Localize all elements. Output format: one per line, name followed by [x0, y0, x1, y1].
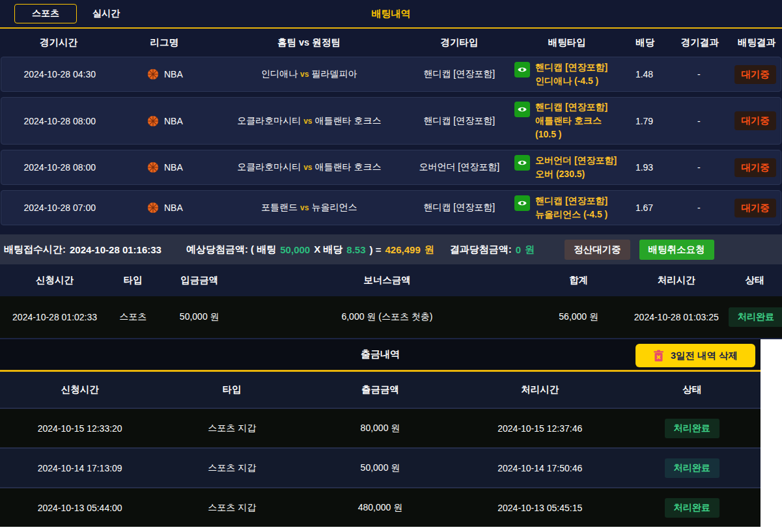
- away-team: 애틀랜타 호크스: [315, 161, 382, 172]
- withdrawal-row: 2024-10-13 05:44:00 스포츠 지갑 480,000 원 202…: [0, 487, 761, 527]
- col-header-total: 합계: [532, 274, 626, 287]
- bet-result-badge: 대기중: [734, 111, 776, 130]
- league: NBA: [119, 68, 212, 80]
- processed-time: 2024-10-13 05:45:15: [456, 503, 624, 513]
- receipt-time-value: 2024-10-28 01:16:33: [70, 244, 161, 255]
- col-header-league: 리그명: [117, 36, 211, 49]
- eye-icon[interactable]: [514, 102, 530, 117]
- bet-result-badge: 대기중: [734, 65, 776, 84]
- times-label: X 배당: [314, 244, 342, 256]
- equals-label: ) =: [370, 244, 382, 255]
- game-type: 오버언더 [연장포함]: [406, 161, 512, 173]
- col-header-game-time: 경기시간: [0, 36, 117, 49]
- bet-type-text: 핸디캡 [연장포함]뉴올리언스 (-4.5 ): [535, 194, 607, 221]
- game-time: 2024-10-28 07:00: [1, 203, 119, 213]
- status-badge: 처리완료: [665, 419, 719, 438]
- col-header-game-result: 경기결과: [669, 36, 731, 49]
- odds-total: 8.53: [346, 244, 365, 255]
- eye-icon[interactable]: [514, 155, 530, 171]
- col-header-request-time: 신청시간: [0, 384, 160, 396]
- league-name: NBA: [164, 162, 183, 173]
- bet-type-text: 오버언더 [연장포함]오버 (230.5): [535, 154, 617, 181]
- won-label: 원: [425, 244, 434, 256]
- bet-type-text: 핸디캡 [연장포함]애틀랜타 호크스 (10.5 ): [535, 100, 621, 141]
- tab-sports[interactable]: 스포츠: [14, 4, 77, 23]
- processed-time: 2024-10-15 12:37:46: [456, 423, 624, 434]
- odds: 1.67: [621, 203, 668, 213]
- bet-summary-bar: 배팅접수시간: 2024-10-28 01:16:33 예상당첨금액: ( 배팅…: [0, 234, 782, 264]
- bet-row: 2024-10-28 08:00 NBA 오클라호마시티vs애틀랜타 호크스 오…: [1, 150, 781, 185]
- tab-bar: 스포츠 실시간 배팅내역: [0, 0, 782, 29]
- basketball-icon: [147, 68, 159, 80]
- eye-icon[interactable]: [514, 195, 530, 211]
- col-header-type: 타입: [109, 274, 156, 287]
- odds: 1.93: [621, 162, 668, 173]
- away-team: 뉴올리언스: [311, 202, 357, 212]
- league-name: NBA: [164, 69, 183, 79]
- teams: 오클라호마시티vs애틀랜타 호크스: [212, 115, 406, 127]
- col-header-status: 상태: [727, 274, 782, 287]
- bet-row: 2024-10-28 07:00 NBA 포틀랜드vs뉴올리언스 핸디캡 [연장…: [1, 190, 781, 225]
- withdrawal-title-bar: 출금내역 3일전 내역 삭제: [0, 339, 761, 372]
- tab-realtime[interactable]: 실시간: [92, 8, 120, 20]
- home-team: 인디애나: [261, 68, 298, 79]
- withdraw-amount: 480,000 원: [304, 502, 456, 514]
- bet-row: 2024-10-28 04:30 NBA 인디애나vs필라델피아 핸디캡 [연장…: [1, 57, 781, 92]
- vs-label: vs: [301, 117, 314, 126]
- withdraw-amount: 80,000 원: [304, 423, 456, 434]
- bet-amount: 50,000: [280, 244, 310, 255]
- league-name: NBA: [164, 116, 183, 126]
- betting-table-header: 경기시간 리그명 홈팀 vs 원정팀 경기타입 배팅타입 배당 경기결과 배팅결…: [0, 29, 782, 57]
- game-result: -: [667, 203, 730, 213]
- result-amount: 0: [516, 244, 521, 255]
- request-time: 2024-10-14 17:13:09: [0, 463, 160, 473]
- delete-history-button[interactable]: 3일전 내역 삭제: [635, 344, 755, 367]
- basketball-icon: [147, 202, 159, 214]
- teams: 오클라호마시티vs애틀랜타 호크스: [212, 161, 406, 173]
- basketball-icon: [147, 161, 159, 173]
- eye-icon[interactable]: [514, 62, 530, 77]
- bet-type-cell: 오버언더 [연장포함]오버 (230.5): [512, 154, 621, 181]
- processed-time: 2024-10-28 01:03:25: [626, 312, 727, 322]
- away-team: 필라델피아: [311, 68, 357, 79]
- wallet-type: 스포츠 지갑: [160, 462, 304, 474]
- bet-type-cell: 핸디캡 [연장포함]애틀랜타 호크스 (10.5 ): [512, 100, 621, 141]
- game-type: 핸디캡 [연장포함]: [406, 68, 512, 80]
- home-team: 오클라호마시티: [237, 115, 301, 126]
- bet-type-text: 핸디캡 [연장포함]인디애나 (-4.5 ): [535, 61, 607, 88]
- bet-result-badge: 대기중: [734, 199, 776, 217]
- game-type: 핸디캡 [연장포함]: [406, 115, 512, 127]
- col-header-processed-time: 처리시간: [626, 274, 727, 287]
- game-result: -: [667, 69, 730, 79]
- receipt-time-label: 배팅접수시간:: [4, 244, 66, 256]
- result-won-label: 원: [525, 244, 535, 256]
- vs-label: vs: [301, 163, 314, 172]
- bet-result-badge: 대기중: [734, 158, 776, 177]
- deposit-amount: 50,000 원: [156, 311, 242, 323]
- league: NBA: [119, 161, 212, 173]
- wallet-type: 스포츠 지갑: [160, 502, 304, 514]
- col-header-odds: 배당: [622, 36, 669, 49]
- game-time: 2024-10-28 04:30: [1, 69, 119, 79]
- game-result: -: [667, 162, 730, 173]
- basketball-icon: [147, 115, 159, 127]
- vs-label: vs: [298, 203, 311, 212]
- request-time: 2024-10-15 12:33:20: [0, 423, 160, 434]
- bet-type-cell: 핸디캡 [연장포함]뉴올리언스 (-4.5 ): [512, 194, 621, 221]
- settlement-pending-button[interactable]: 정산대기중: [565, 240, 630, 260]
- withdrawal-table-header: 신청시간 타입 출금금액 처리시간 상태: [0, 372, 761, 408]
- col-header-game-type: 경기타입: [407, 36, 512, 49]
- col-header-bet-type: 배팅타입: [512, 36, 622, 49]
- withdraw-amount: 50,000 원: [304, 462, 456, 474]
- league: NBA: [119, 115, 212, 127]
- teams: 포틀랜드vs뉴올리언스: [212, 202, 406, 214]
- col-header-deposit-amount: 입금금액: [156, 274, 242, 287]
- col-header-request-time: 신청시간: [0, 274, 109, 287]
- col-header-status: 상태: [624, 384, 761, 396]
- odds: 1.48: [621, 69, 668, 79]
- status-badge: 처리완료: [665, 458, 719, 478]
- total-amount: 56,000 원: [532, 311, 626, 323]
- vs-label: vs: [298, 70, 311, 79]
- bet-cancel-request-button[interactable]: 배팅취소요청: [639, 240, 714, 260]
- col-header-teams: 홈팀 vs 원정팀: [211, 36, 406, 49]
